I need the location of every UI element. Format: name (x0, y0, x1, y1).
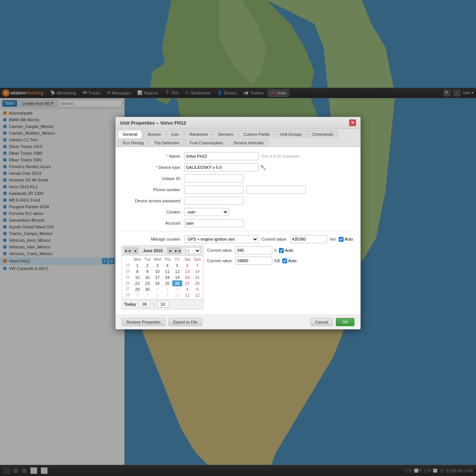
cal-day-28[interactable]: 28 (192, 280, 202, 286)
modal-overlay: Unit Properties – Volvo FH12 ✕ General A… (0, 0, 476, 476)
restore-properties-button[interactable]: Restore Properties (122, 318, 165, 326)
phone-row: Phone number: (122, 186, 354, 194)
cal-day-18[interactable]: 18 (163, 274, 173, 280)
auto-checkbox-3[interactable] (282, 258, 287, 263)
cal-day-16[interactable]: 16 (142, 274, 152, 280)
cal-day-15[interactable]: 15 (132, 274, 142, 280)
cal-day-8[interactable]: 8 (132, 268, 142, 274)
cal-day-19[interactable]: 19 (172, 274, 182, 280)
ok-button[interactable]: OK (336, 318, 354, 326)
unique-id-input[interactable] (184, 174, 244, 183)
cal-day-next-7[interactable]: 7 (142, 292, 152, 298)
cal-day-next-3[interactable]: 3 (172, 286, 182, 292)
device-type-field: 🔧 (184, 163, 266, 171)
cal-day-next-5[interactable]: 5 (192, 286, 202, 292)
cal-day-next-4[interactable]: 4 (182, 286, 192, 292)
tab-access[interactable]: Access (143, 130, 165, 138)
cal-day-11[interactable]: 11 (163, 268, 173, 274)
cal-day-7[interactable]: 7 (192, 263, 202, 268)
cal-day-17[interactable]: 17 (152, 274, 163, 280)
cancel-button[interactable]: Cancel (311, 318, 333, 326)
cal-nav-next: ► ►► (167, 247, 181, 254)
phone-input-1[interactable] (184, 186, 244, 194)
cal-day-6[interactable]: 6 (182, 263, 192, 268)
cal-day-13[interactable]: 13 (182, 268, 192, 274)
cal-day-30[interactable]: 30 (142, 286, 152, 292)
cal-next-btn[interactable]: ► (167, 247, 174, 254)
cal-day-next-2[interactable]: 2 (163, 286, 173, 292)
creator-select[interactable]: user (184, 208, 229, 216)
cal-next-next-btn[interactable]: ►► (175, 247, 181, 254)
modal-close-button[interactable]: ✕ (349, 119, 356, 126)
cal-month-year: June 2015 (143, 248, 163, 253)
name-row: Name: from 4 to 50 characters (122, 152, 354, 160)
cal-day-next-9[interactable]: 9 (163, 292, 173, 298)
password-input[interactable] (184, 197, 244, 205)
cal-day-26[interactable]: 26 (172, 280, 182, 286)
cal-day-9[interactable]: 9 (142, 268, 152, 274)
cal-prev-prev-btn[interactable]: ◄◄ (124, 247, 131, 254)
phone-input-2[interactable] (247, 186, 306, 194)
device-settings-icon[interactable]: 🔧 (260, 164, 266, 170)
cal-weeknum-23: 23 (123, 263, 132, 268)
tab-fuel-consumption[interactable]: Fuel Consumption (185, 139, 228, 147)
cal-prev-btn[interactable]: ◄ (132, 247, 138, 254)
tab-unit-groups[interactable]: Unit Groups (275, 130, 307, 138)
time-min-input[interactable] (157, 301, 168, 308)
name-hint: from 4 to 50 characters (261, 154, 300, 158)
account-input[interactable] (184, 219, 244, 227)
cal-day-23[interactable]: 23 (142, 280, 152, 286)
tab-general[interactable]: General (118, 130, 142, 138)
tab-service-intervals[interactable]: Service Intervals (229, 139, 268, 147)
name-input[interactable] (184, 152, 258, 160)
current-value-input-1[interactable] (290, 235, 327, 243)
cal-day-next-6[interactable]: 6 (132, 292, 142, 298)
cal-day-12[interactable]: 12 (172, 268, 182, 274)
tab-trip-detection[interactable]: Trip Detection (149, 139, 184, 147)
tab-icon[interactable]: Icon (167, 130, 184, 138)
cal-day-next-10[interactable]: 10 (172, 292, 182, 298)
cal-sat-h: Sat (182, 257, 192, 262)
cal-day-next-8[interactable]: 8 (152, 292, 163, 298)
current-value-input-3[interactable] (235, 257, 272, 265)
cal-day-next-1[interactable]: 1 (152, 286, 163, 292)
cal-day-22[interactable]: 22 (132, 280, 142, 286)
time-hour-input[interactable] (139, 301, 150, 308)
cal-days-header: Mon Tue Wed Thu Fri Sat Sun (123, 257, 202, 262)
auto-check-2[interactable]: Auto (279, 248, 293, 253)
current-value-input-2[interactable] (235, 246, 272, 254)
cal-week-header (123, 257, 132, 262)
mileage-select[interactable]: GPS + engine ignition sen (184, 235, 258, 243)
cal-day-27[interactable]: 27 (182, 280, 192, 286)
tab-eco-driving[interactable]: Eco Driving (118, 139, 148, 147)
tab-commands[interactable]: Commands (308, 130, 338, 138)
auto-checkbox-2[interactable] (279, 248, 284, 253)
tab-advanced[interactable]: Advanced (184, 130, 212, 138)
tab-custom-fields[interactable]: Custom Fields (239, 130, 274, 138)
cal-day-29[interactable]: 29 (132, 286, 142, 292)
cal-day-20[interactable]: 20 (182, 274, 192, 280)
device-type-input[interactable] (184, 163, 258, 171)
cal-day-24[interactable]: 24 (152, 280, 163, 286)
cal-day-next-12[interactable]: 12 (192, 292, 202, 298)
cal-day-4[interactable]: 4 (163, 263, 173, 268)
auto-check-1[interactable]: Auto (339, 237, 353, 242)
cal-day-14[interactable]: 14 (192, 268, 202, 274)
auto-checkbox-1[interactable] (339, 237, 344, 242)
value-row-hours: Current value: h Auto (207, 246, 354, 254)
auto-check-3[interactable]: Auto (282, 258, 297, 263)
cal-day-next-11[interactable]: 11 (182, 292, 192, 298)
cal-week-28: 28 6 7 8 9 10 11 12 (123, 292, 202, 298)
cal-day-1[interactable]: 1 (132, 263, 142, 268)
cal-type-select[interactable]: r (186, 247, 201, 254)
modal-footer: Restore Properties Export to File Cancel… (116, 315, 360, 329)
cal-day-2[interactable]: 2 (142, 263, 152, 268)
cal-day-10[interactable]: 10 (152, 268, 163, 274)
cal-day-21[interactable]: 21 (192, 274, 202, 280)
cal-day-3[interactable]: 3 (152, 263, 163, 268)
tab-sensors[interactable]: Sensors (213, 130, 238, 138)
cal-weeknum-28: 28 (123, 292, 132, 298)
export-to-file-button[interactable]: Export to File (168, 318, 202, 326)
cal-day-25[interactable]: 25 (163, 280, 173, 286)
cal-day-5[interactable]: 5 (172, 263, 182, 268)
